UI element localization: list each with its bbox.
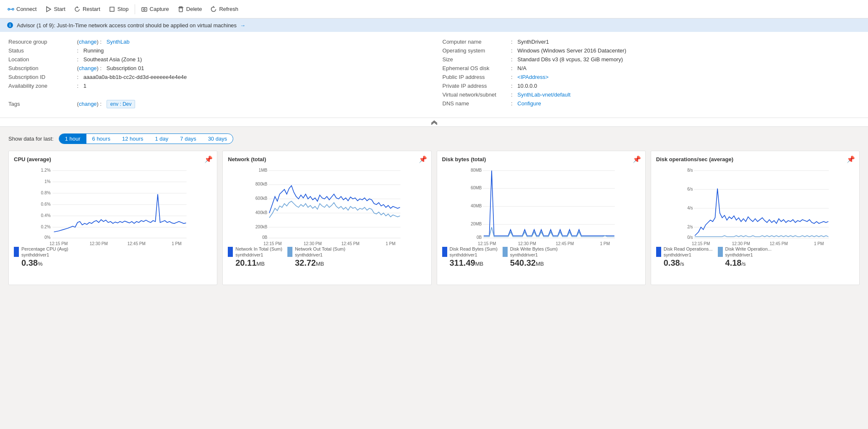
network-out-legend-item: Network Out Total (Sum) synthddriver1 32… bbox=[287, 246, 345, 268]
delete-button[interactable]: Delete bbox=[173, 4, 206, 14]
os-value: Windows (Windows Server 2016 Datacenter) bbox=[517, 47, 626, 54]
public-ip-label: Public IP address bbox=[443, 74, 510, 80]
tag-badge: env : Dev bbox=[107, 100, 136, 108]
svg-text:80MB: 80MB bbox=[470, 168, 482, 173]
svg-text:6/s: 6/s bbox=[687, 187, 693, 191]
subscription-id-value: aaaa0a0a-bb1b-cc2c-dd3d-eeeeee4e4e4e bbox=[83, 74, 187, 80]
disk-read-ops-label: Disk Read Operations... bbox=[664, 246, 713, 252]
svg-rect-4 bbox=[110, 7, 114, 11]
vnet-value[interactable]: SynthLab-vnet/default bbox=[517, 92, 570, 98]
svg-text:0.6%: 0.6% bbox=[41, 202, 51, 207]
info-icon: i bbox=[7, 22, 13, 29]
disk-bytes-legend: Disk Read Bytes (Sum) synthddriver1 311.… bbox=[442, 246, 640, 269]
disk-read-ops-sub: synthddriver1 bbox=[664, 252, 713, 258]
resource-group-change-link[interactable]: change bbox=[79, 39, 97, 45]
svg-text:12:45 PM: 12:45 PM bbox=[769, 241, 787, 246]
size-label: Size bbox=[443, 56, 510, 63]
resource-group-label: Resource group bbox=[8, 39, 76, 45]
time-1day[interactable]: 1 day bbox=[149, 134, 175, 144]
status-label: Status bbox=[8, 47, 76, 54]
cpu-legend-item: Percentage CPU (Avg) synthddriver1 0.38% bbox=[14, 246, 212, 268]
tags-change-link[interactable]: change bbox=[79, 101, 97, 107]
svg-text:4/s: 4/s bbox=[687, 206, 693, 210]
subscription-id-label: Subscription ID bbox=[8, 74, 76, 80]
svg-text:2/s: 2/s bbox=[687, 225, 693, 229]
time-12hours[interactable]: 12 hours bbox=[116, 134, 149, 144]
svg-text:0.4%: 0.4% bbox=[41, 213, 51, 218]
connect-button[interactable]: Connect bbox=[3, 4, 41, 14]
svg-text:12:15 PM: 12:15 PM bbox=[263, 241, 282, 246]
svg-text:12:15 PM: 12:15 PM bbox=[692, 241, 710, 246]
disk-bytes-pin-button[interactable]: 📌 bbox=[633, 155, 641, 163]
cpu-chart: 1.2% 1% 0.8% 0.6% 0.4% 0.2% 0% 12:15 PM bbox=[14, 166, 212, 241]
restart-button[interactable]: Restart bbox=[70, 4, 104, 14]
stop-button[interactable]: Stop bbox=[104, 4, 133, 14]
subscription-id-row: Subscription ID : aaaa0a0a-bb1b-cc2c-dd3… bbox=[8, 74, 426, 80]
disk-read-bytes-label: Disk Read Bytes (Sum) bbox=[450, 246, 498, 252]
network-pin-button[interactable]: 📌 bbox=[419, 155, 427, 163]
os-label: Operating system bbox=[443, 47, 510, 54]
info-right: Computer name : SynthDriver1 Operating s… bbox=[443, 39, 860, 111]
svg-text:12:45 PM: 12:45 PM bbox=[341, 241, 360, 246]
svg-text:0.2%: 0.2% bbox=[41, 225, 51, 229]
disk-ops-chart-card: Disk operations/sec (average) 📌 8/s 6/s … bbox=[651, 151, 860, 285]
refresh-button[interactable]: Refresh bbox=[206, 4, 242, 14]
svg-point-6 bbox=[143, 8, 145, 10]
vnet-row: Virtual network/subnet : SynthLab-vnet/d… bbox=[443, 92, 860, 98]
svg-text:12:30 PM: 12:30 PM bbox=[518, 241, 536, 246]
show-data-row: Show data for last: 1 hour 6 hours 12 ho… bbox=[8, 133, 860, 144]
advisor-link[interactable]: → bbox=[240, 22, 245, 29]
disk-ops-legend: Disk Read Operations... synthddriver1 0.… bbox=[656, 246, 854, 269]
start-button[interactable]: Start bbox=[41, 4, 69, 14]
svg-text:0.8%: 0.8% bbox=[41, 191, 51, 195]
start-icon bbox=[45, 6, 52, 13]
dns-value[interactable]: Configure bbox=[517, 100, 541, 107]
size-value: Standard D8s v3 (8 vcpus, 32 GiB memory) bbox=[517, 56, 623, 63]
private-ip-row: Private IP address : 10.0.0.0 bbox=[443, 83, 860, 89]
disk-ops-title: Disk operations/sec (average) bbox=[656, 156, 854, 162]
connect-icon bbox=[8, 6, 14, 13]
time-30days[interactable]: 30 days bbox=[202, 134, 233, 144]
svg-text:1 PM: 1 PM bbox=[172, 241, 182, 246]
svg-text:12:45 PM: 12:45 PM bbox=[555, 241, 573, 246]
availability-zone-label: Availability zone bbox=[8, 83, 76, 89]
disk-write-ops-sub: synthddriver1 bbox=[725, 252, 772, 258]
computer-name-value: SynthDriver1 bbox=[517, 39, 549, 45]
svg-text:40MB: 40MB bbox=[470, 204, 482, 208]
disk-write-ops-value: 4.18 bbox=[725, 258, 742, 267]
disk-write-bytes-value: 540.32 bbox=[510, 258, 536, 267]
svg-text:60MB: 60MB bbox=[470, 186, 482, 190]
show-data-label: Show data for last: bbox=[8, 136, 54, 142]
disk-write-bytes-item: Disk Write Bytes (Sum) synthddriver1 540… bbox=[503, 246, 558, 268]
computer-name-label: Computer name bbox=[443, 39, 510, 45]
resource-group-row: Resource group (change) : SynthLab bbox=[8, 39, 426, 45]
cpu-pin-button[interactable]: 📌 bbox=[204, 155, 213, 163]
cpu-chart-card: CPU (average) 📌 1.2% 1% 0.8% 0.6% 0.4% 0… bbox=[8, 151, 217, 285]
cpu-legend: Percentage CPU (Avg) synthddriver1 0.38% bbox=[14, 246, 212, 268]
time-1hour[interactable]: 1 hour bbox=[59, 134, 86, 144]
svg-text:0B: 0B bbox=[262, 235, 268, 240]
ephemeral-row: Ephemeral OS disk : N/A bbox=[443, 65, 860, 71]
collapse-bar[interactable] bbox=[0, 118, 868, 127]
public-ip-value[interactable]: <IPAddress> bbox=[517, 74, 548, 80]
time-6hours[interactable]: 6 hours bbox=[86, 134, 116, 144]
svg-text:8/s: 8/s bbox=[687, 168, 693, 173]
capture-button[interactable]: Capture bbox=[137, 4, 173, 14]
info-section: Resource group (change) : SynthLab Statu… bbox=[0, 32, 868, 118]
svg-point-0 bbox=[8, 8, 10, 10]
disk-read-ops-item: Disk Read Operations... synthddriver1 0.… bbox=[656, 246, 713, 268]
resource-group-value[interactable]: SynthLab bbox=[107, 39, 130, 45]
svg-text:12:30 PM: 12:30 PM bbox=[90, 241, 108, 246]
disk-ops-pin-button[interactable]: 📌 bbox=[847, 155, 855, 163]
svg-rect-7 bbox=[179, 8, 182, 12]
time-7days[interactable]: 7 days bbox=[174, 134, 202, 144]
svg-text:1 PM: 1 PM bbox=[386, 241, 396, 246]
disk-read-ops-unit: /s bbox=[680, 261, 684, 267]
time-filter: 1 hour 6 hours 12 hours 1 day 7 days 30 … bbox=[59, 133, 234, 144]
cpu-legend-unit: % bbox=[38, 261, 43, 267]
subscription-change-link[interactable]: change bbox=[79, 65, 97, 71]
tags-label: Tags bbox=[8, 101, 76, 107]
network-chart: 1MB 800kB 600kB 400kB 200kB 0B 12:15 PM … bbox=[228, 166, 426, 241]
svg-text:20MB: 20MB bbox=[470, 222, 482, 226]
network-in-value: 20.11 bbox=[235, 258, 256, 267]
